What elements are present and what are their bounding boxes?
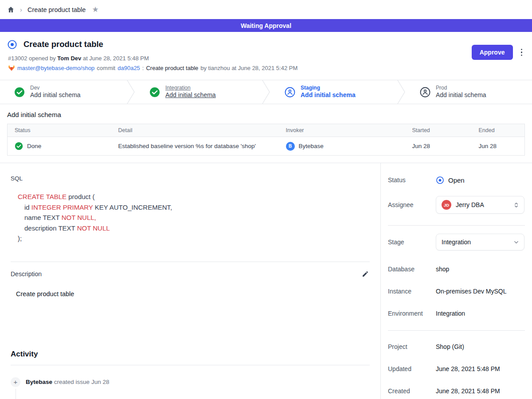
created-label: Created bbox=[388, 387, 436, 395]
vcs-commit-word: commit bbox=[97, 65, 115, 71]
status-value: Open bbox=[448, 176, 465, 184]
breadcrumb-current[interactable]: Create product table bbox=[27, 6, 86, 13]
task-detail: Established baseline version %s for data… bbox=[111, 137, 279, 156]
timeline-line bbox=[16, 389, 16, 399]
stage-separator bbox=[126, 80, 135, 104]
stage-task-label: Add initial schema bbox=[436, 91, 486, 99]
activity-action: created issue bbox=[54, 379, 90, 385]
pipeline-stage-bar: Dev Add initial schema Integration Add i… bbox=[0, 80, 532, 104]
task-started: Jun 28 bbox=[405, 137, 472, 156]
stage-task-label: Add initial schema bbox=[30, 91, 81, 99]
stage-staging[interactable]: Staging Add initial schema bbox=[270, 80, 397, 104]
more-actions-kebab-icon[interactable] bbox=[519, 47, 524, 58]
stage-env-label: Prod bbox=[436, 85, 486, 91]
issue-meta-prefix: #13002 opened by bbox=[8, 55, 56, 62]
invoker-avatar: B bbox=[286, 142, 295, 151]
activity-author: Bytebase bbox=[26, 379, 52, 385]
main-panel: SQL CREATE TABLE product (id INTEGER PRI… bbox=[0, 163, 380, 399]
stage-task-label: Add initial schema bbox=[165, 91, 216, 99]
task-section-title: Add initial schema bbox=[7, 111, 525, 118]
home-icon[interactable] bbox=[7, 6, 15, 13]
stage-label: Stage bbox=[388, 239, 436, 246]
updated-value: June 28, 2021 5:48 PM bbox=[436, 365, 500, 372]
col-status: Status bbox=[8, 124, 111, 137]
assignee-select[interactable]: JD Jerry DBA bbox=[436, 196, 524, 214]
issue-sidebar: Status Open Assignee JD Jerry DBA bbox=[380, 163, 532, 399]
chevron-down-icon bbox=[513, 239, 520, 246]
database-value: shop bbox=[436, 266, 449, 273]
activity-title: Activity bbox=[11, 350, 370, 359]
task-ended: Jun 28 bbox=[472, 137, 525, 156]
approval-banner-text: Waiting Approval bbox=[241, 22, 291, 29]
vcs-commit-hash-link[interactable]: da90a25 bbox=[117, 65, 140, 71]
issue-open-icon bbox=[7, 39, 17, 50]
divider bbox=[11, 262, 370, 262]
approve-button[interactable]: Approve bbox=[472, 45, 513, 60]
activity-date: Jun 28 bbox=[91, 379, 110, 385]
sql-code: CREATE TABLE product (id INTEGER PRIMARY… bbox=[11, 192, 370, 244]
project-label: Project bbox=[388, 343, 436, 350]
table-row[interactable]: Done Established baseline version %s for… bbox=[8, 137, 525, 156]
instance-value: On-premises Dev MySQL bbox=[436, 288, 506, 295]
status-label: Status bbox=[388, 176, 436, 184]
task-status: Done bbox=[27, 143, 41, 149]
divider bbox=[11, 365, 370, 365]
col-ended: Ended bbox=[472, 124, 525, 137]
status-open-icon bbox=[436, 176, 444, 184]
stage-task-label: Add initial schema bbox=[301, 91, 356, 99]
vcs-separator: : bbox=[142, 65, 144, 71]
bytebase-issue-page: › Create product table ★ Waiting Approva… bbox=[0, 0, 532, 399]
divider bbox=[388, 330, 525, 331]
stage-integration[interactable]: Integration Add initial schema bbox=[135, 80, 262, 104]
divider bbox=[388, 225, 525, 226]
col-started: Started bbox=[405, 124, 472, 137]
vcs-commit-message: Create product table bbox=[146, 65, 198, 71]
issue-author: Tom Dev bbox=[57, 55, 81, 62]
approval-banner: Waiting Approval bbox=[0, 19, 532, 32]
description-body[interactable]: Create product table bbox=[11, 290, 370, 297]
issue-header: Create product table #13002 opened by To… bbox=[0, 32, 532, 80]
stage-separator bbox=[262, 80, 270, 104]
activity-plus-icon: + bbox=[11, 377, 20, 387]
favorite-star-icon[interactable]: ★ bbox=[92, 5, 98, 14]
issue-title: Create product table bbox=[23, 39, 103, 49]
stage-done-check-icon bbox=[14, 87, 25, 98]
stage-value: Integration bbox=[442, 239, 509, 246]
instance-label: Instance bbox=[388, 288, 436, 295]
environment-label: Environment bbox=[388, 310, 436, 317]
updated-label: Updated bbox=[388, 365, 436, 372]
stage-pending-person-icon bbox=[285, 87, 295, 98]
vcs-branch-link[interactable]: master@bytebase-demo/shop bbox=[17, 65, 94, 71]
assignee-value: Jerry DBA bbox=[456, 201, 509, 208]
issue-open-time: at June 28, 2021 5:48 PM bbox=[83, 55, 149, 62]
description-label: Description bbox=[11, 270, 42, 278]
task-section: Add initial schema Status Detail Invoker… bbox=[0, 104, 532, 163]
assignee-avatar: JD bbox=[442, 200, 451, 210]
task-invoker: Bytebase bbox=[299, 143, 324, 149]
up-down-chevron-icon bbox=[513, 202, 520, 208]
activity-item: + Bytebase created issue Jun 28 bbox=[11, 377, 370, 387]
col-detail: Detail bbox=[111, 124, 279, 137]
edit-description-pencil-icon[interactable] bbox=[361, 270, 370, 278]
col-invoker: Invoker bbox=[279, 124, 405, 137]
created-value: June 28, 2021 5:48 PM bbox=[436, 387, 500, 395]
breadcrumb: › Create product table ★ bbox=[0, 0, 532, 19]
assignee-label: Assignee bbox=[388, 201, 436, 208]
stage-select[interactable]: Integration bbox=[436, 234, 524, 250]
project-value[interactable]: Shop (Git) bbox=[436, 343, 464, 350]
stage-prod[interactable]: Prod Add initial schema bbox=[406, 80, 532, 104]
stage-env-label: Integration bbox=[165, 85, 216, 91]
stage-separator bbox=[397, 80, 406, 104]
stage-env-label: Dev bbox=[30, 85, 81, 91]
vcs-commit-author-time: by tianzhou at June 28, 2021 5:42 PM bbox=[200, 65, 297, 71]
gitlab-icon bbox=[8, 65, 15, 71]
stage-env-label: Staging bbox=[301, 85, 356, 91]
stage-pending-person-icon bbox=[420, 87, 430, 98]
database-label: Database bbox=[388, 266, 436, 273]
stage-done-check-icon bbox=[149, 87, 160, 98]
breadcrumb-chevron-icon: › bbox=[20, 6, 22, 13]
stage-dev[interactable]: Dev Add initial schema bbox=[0, 80, 126, 104]
issue-meta: #13002 opened by Tom Dev at June 28, 202… bbox=[7, 55, 525, 62]
environment-value: Integration bbox=[436, 310, 465, 317]
done-check-icon bbox=[15, 142, 23, 150]
